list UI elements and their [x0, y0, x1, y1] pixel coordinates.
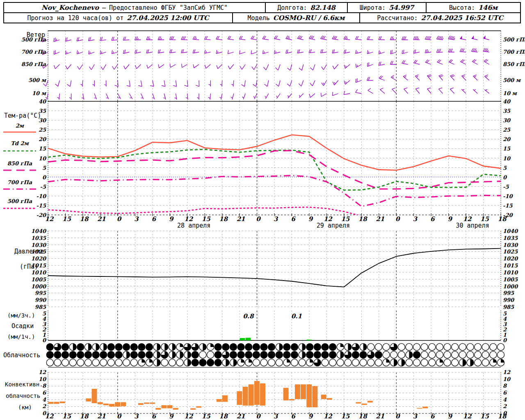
cloud-cover-symbol: [368, 343, 374, 350]
hour-label: 18: [80, 413, 89, 420]
wind-barb-icon: [253, 80, 257, 87]
temp-tick-label: -5: [40, 184, 46, 190]
wind-barb-icon: [251, 50, 257, 54]
cloud-cover-symbol: [92, 351, 99, 358]
wind-barb-icon: [449, 59, 454, 64]
wind-barb-icon: [471, 48, 477, 52]
cloud-cover-symbol: [467, 343, 474, 350]
cloud-cover-symbol: [383, 343, 390, 350]
conv-tick-label: 12: [503, 369, 511, 375]
wind-barb-icon: [197, 94, 199, 100]
date-label: 28 апреля: [177, 222, 210, 229]
convective-bar: [144, 402, 149, 404]
wind-barb-icon: [321, 36, 327, 40]
cloud-cover-symbol: [192, 359, 199, 366]
cloud-cover-symbol: [215, 351, 221, 358]
station-name: Nov_Kochenevo: [41, 4, 99, 11]
cloud-cover-symbol: [215, 359, 221, 366]
convective-panel: [48, 381, 428, 410]
wind-barb-icon: [193, 49, 199, 53]
precip-tick-label: 0: [503, 337, 507, 343]
cloud-cover-symbol: [77, 359, 84, 366]
cloud-cover-fill: [88, 343, 92, 350]
cloud-cover-fill: [180, 343, 184, 347]
cloud-cover-symbol: [54, 351, 61, 358]
wind-barb-icon: [242, 94, 246, 99]
legend-label: 850 гПа: [7, 160, 32, 167]
wind-barb-icon: [299, 94, 304, 98]
precipitation-panel: 0.80.1: [240, 313, 312, 340]
hour-label: 3: [134, 215, 139, 223]
cloud-cover-fill: [249, 359, 252, 363]
conv-tick-label: 4: [42, 397, 46, 403]
wind-barb-icon: [104, 80, 106, 87]
cloud-cover-symbol: [130, 359, 137, 366]
wind-barb-icon: [472, 39, 478, 40]
wind-barb-icon: [276, 64, 281, 70]
wind-barb-icon: [129, 94, 132, 99]
convective-bar: [92, 389, 97, 403]
cloud-cover-symbol: [467, 351, 474, 358]
wind-barb-icon: [193, 36, 199, 40]
cloud-panel: [46, 343, 504, 366]
cloud-cover-fill: [187, 359, 191, 366]
conv-tick-label: 10: [503, 376, 511, 382]
pressure-tick-label: 1020: [31, 256, 47, 262]
wind-barb-icon: [66, 50, 71, 54]
hour-label: 6: [291, 413, 296, 420]
wind-barb-icon: [413, 36, 420, 40]
cloud-cover-fill: [493, 359, 497, 363]
wind-barb-icon: [286, 36, 292, 40]
latitude-cell: Широта: 54.997: [347, 3, 426, 12]
wind-barb-icon: [89, 50, 94, 54]
hour-label: 12: [184, 413, 193, 420]
wind-barb-icon: [299, 80, 304, 86]
wind-barb-icon: [124, 64, 130, 69]
cloud-cover-symbol: [452, 359, 459, 366]
hour-label: 0: [256, 215, 261, 223]
wind-barb-icon: [332, 36, 338, 40]
temp-tick-label: 25: [39, 127, 46, 133]
wind-barb-icon: [379, 62, 385, 65]
wind-barb-icon: [173, 80, 177, 87]
cloud-cover-symbol: [253, 343, 260, 350]
cloud-cover-fill: [340, 351, 344, 358]
wind-barb-icon: [402, 50, 408, 54]
hour-label: 21: [237, 413, 245, 420]
legend-label: 2м: [16, 123, 25, 129]
wind-barb-icon: [309, 49, 315, 53]
cloud-cover-symbol: [299, 359, 306, 366]
hour-label: 9: [169, 215, 174, 223]
wind-barb-icon: [170, 49, 176, 53]
hour-label: 0: [117, 215, 122, 223]
cloud-cover-fill: [394, 359, 397, 366]
cloud-cover-fill: [210, 343, 214, 347]
cloud-cover-symbol: [390, 351, 397, 358]
wind-barb-icon: [322, 64, 327, 70]
wind-barb-icon: [344, 36, 350, 40]
convective-bar: [260, 383, 265, 406]
wind-barb-icon: [141, 94, 143, 99]
pressure-tick-label: 1025: [503, 249, 518, 255]
convective-bar: [54, 402, 59, 404]
convective-bar: [249, 384, 254, 406]
wind-barb-icon: [82, 94, 84, 100]
conv-panel-title: облачность: [6, 393, 40, 399]
cloud-cover-symbol: [77, 351, 84, 358]
provider: Предоставлено ФГБУ "ЗапСиб УГМС": [109, 4, 228, 11]
wind-barb-icon: [253, 94, 257, 99]
cloud-cover-symbol: [260, 343, 267, 350]
altitude-label: Высота:: [449, 4, 475, 11]
wind-barb-icon: [288, 94, 292, 98]
convective-bar: [312, 386, 317, 407]
cloud-panel-title: Облачность: [3, 352, 40, 359]
cloud-cover-symbol: [253, 359, 260, 366]
convective-bar: [121, 402, 126, 406]
wind-barb-icon: [146, 37, 153, 40]
cloud-cover-symbol: [84, 359, 91, 366]
pressure-tick-label: 995: [35, 290, 46, 296]
wind-barb-icon: [450, 75, 455, 80]
wind-barb-icon: [297, 36, 304, 40]
cloud-cover-symbol: [207, 359, 214, 366]
wind-barb-icon: [461, 89, 466, 94]
